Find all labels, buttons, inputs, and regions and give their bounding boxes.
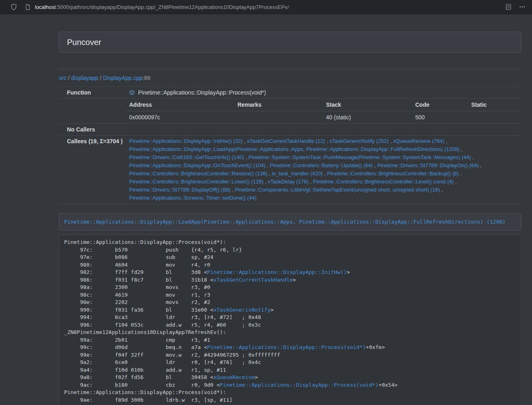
callee-separator: , xyxy=(460,146,463,152)
column-header-address: Address xyxy=(126,99,234,111)
callee-link[interactable]: Pinetime::Applications::DisplayApp::Init… xyxy=(129,138,243,144)
breadcrumb-link[interactable]: DisplayApp.cpp xyxy=(103,75,142,81)
column-header-remarks: Remarks xyxy=(234,99,323,111)
callee-separator: , xyxy=(373,162,377,168)
table-header-row: Address Remarks Stack Code Static xyxy=(126,99,521,111)
callee-link[interactable]: Pinetime::Applications::DisplayApp::Load… xyxy=(129,146,459,152)
highlight-panel: Pinetime::Applications::DisplayApp::Load… xyxy=(59,213,521,231)
callee-link[interactable]: Pinetime::Controllers::Battery::Update()… xyxy=(270,162,373,168)
table-row: Callees (19, Σ=3704 ) Pinetime::Applicat… xyxy=(59,136,521,204)
stack-value: 40 (static) xyxy=(323,111,412,124)
table-row: Address Remarks Stack Code Static 0x0000… xyxy=(59,99,521,124)
callee-separator: , xyxy=(479,162,482,168)
code-value: 500 xyxy=(412,111,468,124)
shield-icon[interactable] xyxy=(10,3,18,11)
callee-separator: , xyxy=(267,170,272,177)
callee-separator: , xyxy=(471,154,474,160)
highlight-panel-link[interactable]: Pinetime::Applications::DisplayApp::Load… xyxy=(64,219,506,225)
function-row-label: Function xyxy=(59,87,126,99)
callee-link[interactable]: Pinetime::Drivers::Cst816S::GetTouchInfo… xyxy=(129,154,244,160)
disassembly-symbol-link[interactable]: xTaskGetCurrentTaskHandle xyxy=(213,277,293,283)
page-content: Puncover src / displayapp / DisplayApp.c… xyxy=(0,14,532,405)
callee-link[interactable]: Pinetime::Controllers::BrightnessControl… xyxy=(313,179,454,185)
page-title: Puncover xyxy=(67,37,513,47)
callee-link[interactable]: Pinetime::System::SystemTask::PushMessag… xyxy=(248,154,471,160)
divider xyxy=(59,69,521,69)
remarks-value xyxy=(234,111,323,124)
callees-list: Pinetime::Applications::DisplayApp::Init… xyxy=(126,136,521,204)
disassembly-code: Pinetime::Applications::DisplayApp::Proc… xyxy=(59,235,521,405)
address-bar[interactable]: localhost:5000/path/src/displayapp/Displ… xyxy=(35,4,289,10)
browser-toolbar: localhost:5000/path/src/displayapp/Displ… xyxy=(0,0,532,14)
table-row: No Callers xyxy=(59,124,521,136)
breadcrumb-line-number: :86 xyxy=(142,75,150,81)
static-value xyxy=(468,111,521,124)
callees-label: Callees (19, Σ=3704 ) xyxy=(59,136,126,204)
callers-cell xyxy=(126,124,521,136)
function-name: Pinetime::Applications::DisplayApp::Proc… xyxy=(138,89,266,96)
method-icon xyxy=(129,89,135,95)
disassembly-symbol-link[interactable]: xQueueReceive xyxy=(213,374,255,380)
function-table: Function Pinetime::Applications::Display… xyxy=(59,86,521,204)
content-container: Puncover src / displayapp / DisplayApp.c… xyxy=(59,32,521,405)
callee-link[interactable]: Pinetime::Components::LittleVgl::SetNewT… xyxy=(235,187,440,193)
address-value: 0x0000097c xyxy=(126,111,234,124)
callee-separator: , xyxy=(323,170,327,177)
callee-link[interactable]: lv_task_handler (420) xyxy=(272,170,323,177)
no-callers-label: No Callers xyxy=(59,124,126,136)
table-row: 0x0000097c 40 (static) 500 xyxy=(126,111,521,124)
url-host: localhost xyxy=(35,4,56,10)
breadcrumb-separator: / xyxy=(98,75,103,81)
callee-link[interactable]: Pinetime::Controllers::BrightnessControl… xyxy=(129,179,263,185)
disassembly-symbol-link[interactable]: Pinetime::Applications::DisplayApp::Proc… xyxy=(220,382,379,388)
empty-row-label xyxy=(59,99,126,124)
breadcrumb: src / displayapp / DisplayApp.cpp:86 xyxy=(59,74,521,82)
callee-separator: , xyxy=(444,138,447,144)
callee-link[interactable]: xTaskGenericNotify (252) xyxy=(330,138,389,144)
callee-separator: , xyxy=(389,138,393,144)
column-header-stack: Stack xyxy=(323,99,412,111)
app-header: Puncover xyxy=(59,32,521,53)
callee-separator: , xyxy=(265,162,270,168)
callee-separator: , xyxy=(243,138,247,144)
url-path: :5000/path/src/displayapp/DisplayApp.cpp… xyxy=(56,4,289,10)
function-stats-table: Address Remarks Stack Code Static 0x0000… xyxy=(126,99,521,123)
callee-link[interactable]: Pinetime::Controllers::BrightnessControl… xyxy=(327,170,459,177)
callee-separator: , xyxy=(244,154,248,160)
page-favicon-icon xyxy=(24,3,32,11)
callee-separator: , xyxy=(459,170,461,177)
callee-separator: , xyxy=(454,179,457,185)
table-row: Function Pinetime::Applications::Display… xyxy=(59,87,521,99)
column-header-code: Code xyxy=(412,99,468,111)
breadcrumb-link[interactable]: src xyxy=(59,75,67,81)
callee-separator: , xyxy=(440,187,443,193)
browser-menu-icon[interactable] xyxy=(518,3,526,11)
breadcrumb-separator: / xyxy=(67,75,71,81)
disassembly-symbol-link[interactable]: Pinetime::Applications::DisplayApp::Init… xyxy=(207,269,347,275)
breadcrumb-link[interactable]: displayapp xyxy=(71,75,98,81)
disassembly-symbol-link[interactable]: Pinetime::Applications::DisplayApp::Proc… xyxy=(207,344,366,350)
callee-separator: , xyxy=(230,187,235,193)
column-header-static: Static xyxy=(468,99,521,111)
callee-separator: , xyxy=(263,179,268,185)
reader-mode-icon[interactable] xyxy=(504,3,513,11)
callee-link[interactable]: Pinetime::Drivers::St7789::DisplayOff() … xyxy=(129,187,230,193)
callee-link[interactable]: xTaskGetCurrentTaskHandle (12) xyxy=(247,138,325,144)
callee-separator: , xyxy=(325,138,330,144)
function-stats-cell: Address Remarks Stack Code Static 0x0000… xyxy=(126,99,521,124)
callee-link[interactable]: Pinetime::Controllers::BrightnessControl… xyxy=(129,170,267,177)
disassembly-symbol-link[interactable]: xTaskGenericNotify xyxy=(213,307,271,313)
callee-link[interactable]: xQueueReceive (764) xyxy=(393,138,444,144)
callee-link[interactable]: Pinetime::Applications::Screens::Timer::… xyxy=(129,195,256,201)
function-name-cell: Pinetime::Applications::DisplayApp::Proc… xyxy=(126,87,521,99)
callee-link[interactable]: Pinetime::Drivers::St7789::DisplayOn() (… xyxy=(377,162,479,168)
callee-link[interactable]: vTaskDelay (176) xyxy=(268,179,308,185)
callee-separator: , xyxy=(308,179,313,185)
callee-link[interactable]: Pinetime::Applications::DisplayApp::OnTo… xyxy=(129,162,265,168)
